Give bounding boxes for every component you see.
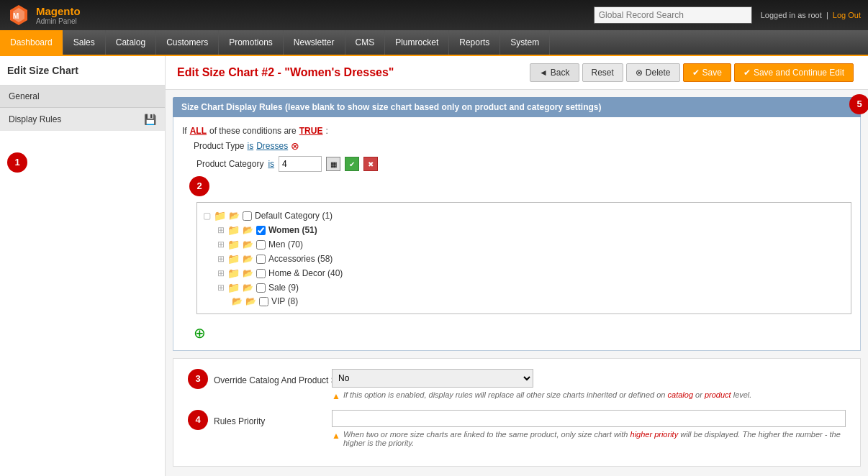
tree-item-sale: ⊞ 📁 📂 Sale (9) [217,280,845,295]
override-form-row: 3 Override Catalog And Product Settings … [181,369,853,401]
product-type-condition: Product Type is Dresses ⊗ [182,140,851,152]
tree-item-default-category: ▢ 📁 📂 Default Category (1) [203,209,845,223]
tree-label-vip[interactable]: VIP (8) [271,296,298,306]
tree-cb-sale[interactable] [256,283,266,293]
nav-dashboard[interactable]: Dashboard [0,30,63,55]
tree-toggle-women[interactable]: ⊞ [217,225,225,235]
save-button[interactable]: ✔ Save [683,63,731,82]
nav-reports[interactable]: Reports [449,30,500,55]
category-confirm-btn[interactable]: ✔ [345,157,359,171]
nav-plumrocket[interactable]: Plumrocket [385,30,449,55]
svg-text:M: M [13,12,19,20]
annotation-3-label-group: 3 Override Catalog And Product Settings [188,369,332,389]
tree-label-accessories[interactable]: Accessories (58) [268,254,333,264]
back-button[interactable]: ◄ Back [530,63,579,82]
tree-folder-women: 📁 [227,224,240,236]
if-text: If [182,126,187,136]
save-continue-button-label: Save and Continue Edit [754,68,844,78]
tree-folder-home-decor: 📁 [227,267,240,279]
tree-toggle-men[interactable]: ⊞ [217,239,225,250]
tree-toggle-home-decor[interactable]: ⊞ [217,268,225,278]
product-type-value-link[interactable]: Dresses [256,141,288,151]
product-category-input[interactable] [279,156,322,172]
tree-toggle-accessories[interactable]: ⊞ [217,254,225,264]
main-content: Edit Size Chart #2 - "Women's Dresses" ◄… [166,56,868,476]
all-conditions-link[interactable]: ALL [190,126,207,136]
sidebar-item-display-rules[interactable]: Display Rules 💾 [0,108,165,131]
logo: M Magento Admin Panel [7,4,81,27]
tree-item-women: ⊞ 📁 📂 Women (51) [217,223,845,237]
annotation-5-circle: 5 [849,94,868,114]
header-user-info: Logged in as root | Log Out [761,11,861,19]
tree-cb-accessories[interactable] [256,255,266,264]
product-category-row: Product Category is ▦ ✔ ✖ [182,156,851,172]
tree-cb-home-decor[interactable] [256,269,266,278]
override-hint: ▲ If this option is enabled, display rul… [332,390,846,401]
tree-label-women[interactable]: Women (51) [268,225,317,235]
override-hint-text: If this option is enabled, display rules… [343,390,751,399]
tree-cb-vip[interactable] [259,297,268,306]
add-condition-button[interactable]: ⊕ [194,324,206,342]
condition-intro-line: If ALL of these conditions are TRUE : [182,126,851,136]
reset-button-label: Reset [592,68,614,78]
tree-item-men: ⊞ 📁 📂 Men (70) [217,237,845,252]
tree-toggle-sale[interactable]: ⊞ [217,283,225,293]
save-check-icon: ✔ [692,68,700,78]
tree-label-default[interactable]: Default Category (1) [255,211,333,221]
nav-system[interactable]: System [500,30,550,55]
sidebar-item-general[interactable]: General [0,86,165,108]
display-rules-section: Size Chart Display Rules (leave blank to… [173,97,861,351]
category-grid-btn[interactable]: ▦ [326,157,340,171]
nav-promotions[interactable]: Promotions [219,30,284,55]
product-category-is-link[interactable]: is [268,159,274,169]
tree-subfolder-women: 📂 [243,225,253,235]
priority-input[interactable] [332,410,846,427]
tree-item-accessories: ⊞ 📁 📂 Accessories (58) [217,252,845,266]
annotation-3-circle: 3 [188,369,208,389]
priority-hint-icon: ▲ [332,431,340,441]
sidebar-title: Edit Size Chart [0,56,165,86]
nav-newsletter[interactable]: Newsletter [284,30,345,55]
sidebar: Edit Size Chart General Display Rules 💾 … [0,56,166,476]
magento-logo-icon: M [7,4,30,27]
tree-cb-default[interactable] [243,211,252,221]
tree-cb-women[interactable] [256,226,266,235]
override-hint-icon: ▲ [332,391,340,401]
save-continue-button[interactable]: ✔ Save and Continue Edit [734,63,854,82]
logout-link[interactable]: Log Out [833,11,861,19]
override-select[interactable]: No Yes [332,369,533,388]
save-continue-check-icon: ✔ [743,68,751,78]
tree-label-men[interactable]: Men (70) [268,239,303,250]
back-button-label: Back [551,68,570,78]
true-link[interactable]: TRUE [299,126,323,136]
nav-cms[interactable]: CMS [345,30,386,55]
global-search-input[interactable] [594,6,752,24]
product-category-label: Product Category [196,159,263,169]
tree-label-sale[interactable]: Sale (9) [268,283,299,293]
priority-label: Rules Priority [214,413,265,426]
category-cancel-btn[interactable]: ✖ [363,157,378,171]
tree-folder-vip: 📂 [232,296,243,306]
remove-product-type-icon[interactable]: ⊗ [291,140,299,152]
nav-sales[interactable]: Sales [63,30,106,55]
annotation-4-label-group: 4 Rules Priority [188,410,332,430]
sidebar-general-label: General [9,91,40,101]
section-body: If ALL of these conditions are TRUE : Pr… [173,117,861,351]
delete-button[interactable]: ⊗ Delete [626,63,680,82]
priority-hint-text: When two or more size charts are linked … [343,430,846,447]
product-type-is-link[interactable]: is [248,141,254,151]
tree-subfolder-default: 📂 [229,211,240,221]
override-field: No Yes ▲ If this option is enabled, disp… [332,369,846,401]
nav-customers[interactable]: Customers [156,30,219,55]
save-button-label: Save [702,68,722,78]
action-buttons: ◄ Back Reset ⊗ Delete ✔ Save ✔ Save and … [530,63,856,82]
tree-toggle-default[interactable]: ▢ [203,211,211,221]
nav-catalog[interactable]: Catalog [106,30,156,55]
logo-brand: Magento [36,5,81,17]
add-condition-area: ⊕ [182,320,851,342]
tree-item-home-decor: ⊞ 📁 📂 Home & Decor (40) [217,266,845,280]
tree-cb-men[interactable] [256,240,266,250]
delete-icon: ⊗ [636,68,643,78]
tree-label-home-decor[interactable]: Home & Decor (40) [268,268,343,278]
reset-button[interactable]: Reset [582,63,623,82]
